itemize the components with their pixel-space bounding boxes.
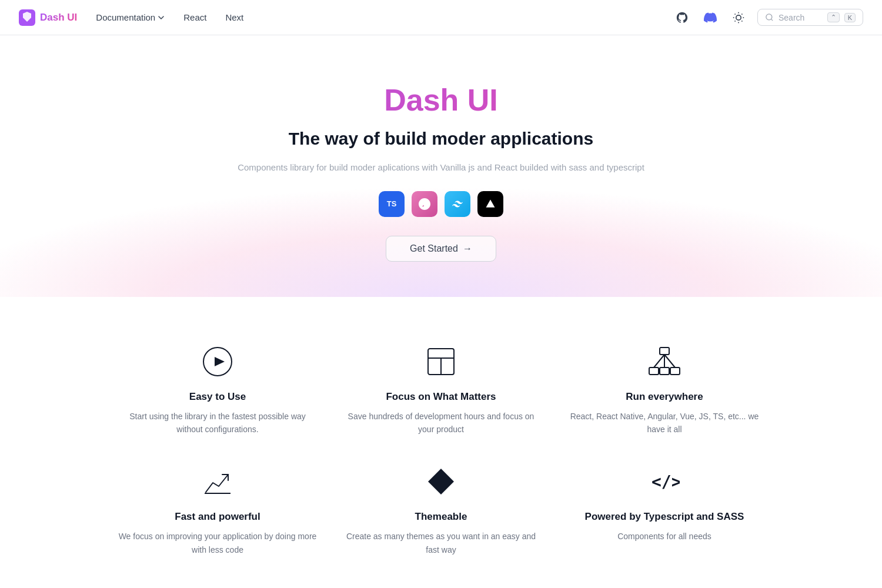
github-button[interactable] bbox=[673, 8, 691, 27]
kbd-k: K bbox=[844, 13, 856, 22]
search-placeholder: Search bbox=[779, 13, 823, 22]
feature-fast-powerful: Fast and powerful We focus on improving … bbox=[118, 464, 318, 556]
get-started-button[interactable]: Get Started → bbox=[386, 236, 496, 262]
features-grid: Easy to Use Start using the library in t… bbox=[118, 344, 764, 557]
svg-marker-25 bbox=[428, 469, 454, 495]
tech-badges: TS bbox=[12, 191, 870, 217]
features-section: Easy to Use Start using the library in t… bbox=[0, 297, 882, 589]
search-icon bbox=[765, 13, 774, 22]
navbar-left: Dash UI Documentation React Next bbox=[19, 9, 243, 26]
hero-description: Components library for build moder aplic… bbox=[12, 161, 870, 175]
svg-line-4 bbox=[735, 14, 736, 14]
navbar-right: Search ⌃ K bbox=[673, 8, 863, 27]
nav-react[interactable]: React bbox=[183, 12, 206, 22]
code-icon: </> bbox=[647, 464, 682, 499]
navbar: Dash UI Documentation React Next bbox=[0, 0, 882, 35]
feature-focus-matters: Focus on What Matters Save hundreds of d… bbox=[341, 344, 541, 436]
discord-icon bbox=[704, 11, 717, 24]
feature-title-run: Run everywhere bbox=[564, 391, 764, 403]
network-icon bbox=[647, 344, 682, 379]
layout-icon bbox=[423, 344, 459, 379]
hero-section: Dash UI The way of build moder applicati… bbox=[0, 35, 882, 297]
feature-typescript-sass: </> Powered by Typescript and SASS Compo… bbox=[564, 464, 764, 556]
feature-desc-easy: Start using the library in the fastest p… bbox=[118, 410, 318, 436]
search-box[interactable]: Search ⌃ K bbox=[757, 9, 863, 26]
svg-line-9 bbox=[741, 14, 742, 14]
hero-subtitle: The way of build moder applications bbox=[12, 127, 870, 151]
badge-sass bbox=[412, 191, 437, 217]
logo[interactable]: Dash UI bbox=[19, 9, 77, 26]
svg-text:</>: </> bbox=[652, 472, 680, 492]
svg-line-21 bbox=[654, 355, 664, 368]
feature-title-theme: Themeable bbox=[341, 511, 541, 523]
svg-rect-20 bbox=[670, 368, 680, 375]
feature-desc-theme: Create as many themes as you want in an … bbox=[341, 530, 541, 556]
badge-vercel bbox=[477, 191, 503, 217]
hero-title: Dash UI bbox=[12, 82, 870, 118]
feature-title-fast: Fast and powerful bbox=[118, 511, 318, 523]
logo-icon bbox=[19, 9, 35, 26]
vercel-icon bbox=[485, 199, 496, 209]
svg-point-10 bbox=[766, 14, 772, 20]
feature-themeable: Themeable Create as many themes as you w… bbox=[341, 464, 541, 556]
svg-line-11 bbox=[771, 19, 773, 21]
sun-icon bbox=[733, 12, 744, 24]
cta-arrow: → bbox=[463, 243, 472, 254]
chart-up-icon bbox=[200, 464, 235, 499]
play-circle-icon bbox=[200, 344, 235, 379]
feature-easy-to-use: Easy to Use Start using the library in t… bbox=[118, 344, 318, 436]
svg-point-1 bbox=[736, 15, 741, 19]
feature-desc-fast: We focus on improving your application b… bbox=[118, 530, 318, 556]
feature-desc-run: React, React Native, Angular, Vue, JS, T… bbox=[564, 410, 764, 436]
diamond-icon bbox=[423, 464, 459, 499]
logo-text: Dash UI bbox=[40, 12, 77, 24]
feature-title-ts-sass: Powered by Typescript and SASS bbox=[564, 511, 764, 523]
svg-marker-13 bbox=[215, 357, 225, 366]
github-icon bbox=[676, 11, 689, 24]
feature-title-focus: Focus on What Matters bbox=[341, 391, 541, 403]
kbd-ctrl: ⌃ bbox=[827, 12, 840, 22]
badge-typescript: TS bbox=[379, 191, 405, 217]
svg-line-5 bbox=[741, 21, 742, 21]
badge-tailwind bbox=[445, 191, 470, 217]
tailwind-icon bbox=[451, 198, 464, 211]
feature-title-easy: Easy to Use bbox=[118, 391, 318, 403]
svg-line-23 bbox=[664, 355, 675, 368]
svg-line-8 bbox=[735, 21, 736, 21]
nav-next[interactable]: Next bbox=[225, 12, 243, 22]
discord-button[interactable] bbox=[701, 8, 720, 27]
feature-run-everywhere: Run everywhere React, React Native, Angu… bbox=[564, 344, 764, 436]
nav-documentation[interactable]: Documentation bbox=[96, 12, 165, 22]
feature-desc-focus: Save hundreds of development hours and f… bbox=[341, 410, 541, 436]
svg-rect-17 bbox=[660, 348, 669, 355]
feature-desc-ts-sass: Components for all needs bbox=[564, 530, 764, 543]
svg-rect-18 bbox=[649, 368, 659, 375]
svg-rect-19 bbox=[660, 368, 669, 375]
theme-toggle-button[interactable] bbox=[729, 8, 748, 27]
sass-icon bbox=[417, 197, 432, 211]
chevron-down-icon bbox=[158, 14, 165, 21]
cta-label: Get Started bbox=[410, 243, 458, 254]
